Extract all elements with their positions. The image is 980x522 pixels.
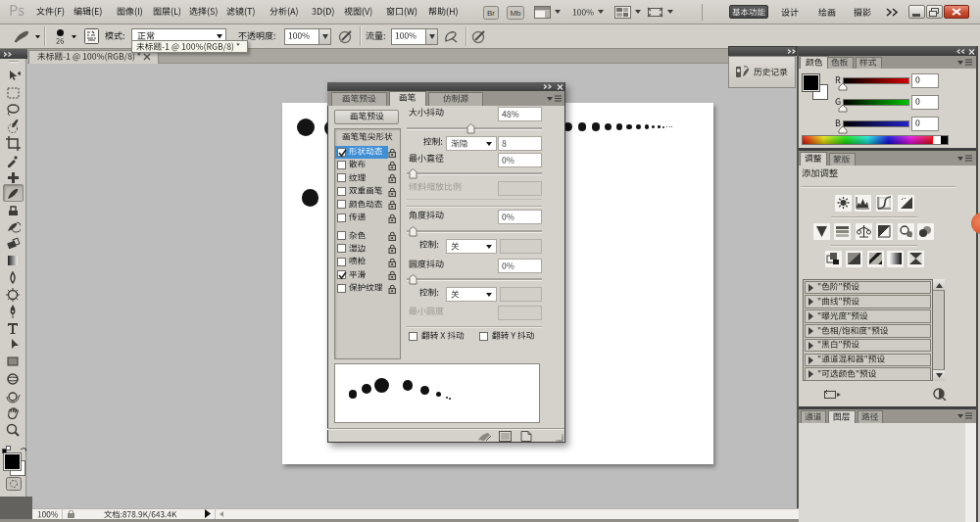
svg-text:Mb: Mb <box>510 9 521 18</box>
svg-text:Br: Br <box>487 9 495 18</box>
